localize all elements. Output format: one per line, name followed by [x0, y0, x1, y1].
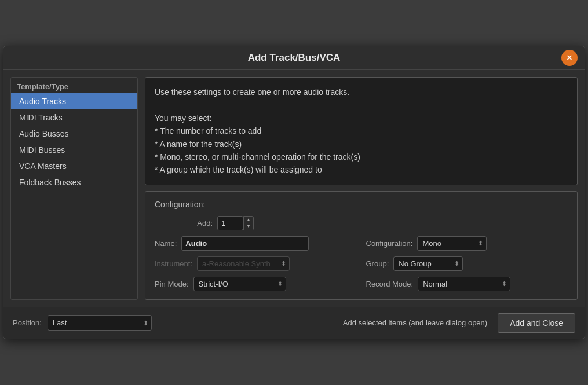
- add-input[interactable]: [217, 216, 243, 230]
- name-input[interactable]: [181, 236, 309, 251]
- group-select[interactable]: No Group: [393, 256, 463, 271]
- name-label: Name:: [155, 239, 177, 248]
- config-box: Configuration: Add: ▲ ▼ Name:: [145, 191, 578, 300]
- add-open-button[interactable]: Add selected items (and leave dialog ope…: [338, 316, 492, 329]
- sidebar-item-audio-busses[interactable]: Audio Busses: [11, 126, 137, 142]
- pin-record-row: Pin Mode: Strict-I/O Flexible-I/O Record…: [155, 277, 568, 291]
- pin-mode-label: Pin Mode:: [155, 280, 189, 288]
- sidebar: Template/Type Audio Tracks MIDI Tracks A…: [10, 77, 138, 300]
- add-track-dialog: Add Track/Bus/VCA × Template/Type Audio …: [3, 46, 585, 339]
- pin-mode-select[interactable]: Strict-I/O Flexible-I/O: [193, 277, 286, 291]
- info-line3: You may select:: [155, 112, 568, 124]
- footer-buttons: Add selected items (and leave dialog ope…: [338, 313, 575, 333]
- info-box: Use these settings to create one or more…: [145, 77, 578, 185]
- group-select-wrapper: No Group: [393, 256, 463, 271]
- info-line7: * A group which the track(s) will be ass…: [155, 163, 568, 176]
- position-select[interactable]: Last First Before Selection After Select…: [48, 315, 152, 331]
- info-line5: * A name for the track(s): [155, 138, 568, 151]
- instrument-field: Instrument: a-Reasonable Synth: [155, 256, 357, 271]
- add-label: Add:: [155, 219, 213, 228]
- info-line1: Use these settings to create one or more…: [155, 86, 568, 98]
- sidebar-item-audio-tracks[interactable]: Audio Tracks: [11, 93, 137, 109]
- sidebar-item-vca-masters[interactable]: VCA Masters: [11, 158, 137, 174]
- close-button[interactable]: ×: [561, 50, 578, 66]
- main-panel: Use these settings to create one or more…: [145, 77, 578, 300]
- sidebar-item-midi-tracks[interactable]: MIDI Tracks: [11, 109, 137, 126]
- name-field: Name:: [155, 236, 357, 251]
- name-config-row: Name: Configuration: Mono Stereo 3 Chann…: [155, 236, 568, 251]
- sidebar-section-label: Template/Type: [11, 78, 137, 93]
- record-mode-select-wrapper: Normal Layered Non-Layered: [418, 277, 510, 291]
- dialog-body: Template/Type Audio Tracks MIDI Tracks A…: [3, 70, 585, 307]
- record-mode-field: Record Mode: Normal Layered Non-Layered: [366, 277, 568, 291]
- instrument-select[interactable]: a-Reasonable Synth: [197, 256, 290, 271]
- instrument-group-row: Instrument: a-Reasonable Synth Group: No…: [155, 256, 568, 271]
- spin-buttons: ▲ ▼: [243, 216, 254, 230]
- info-line6: * Mono, stereo, or multi-channel operati…: [155, 151, 568, 163]
- dialog-footer: Position: Last First Before Selection Af…: [3, 307, 585, 339]
- sidebar-item-foldback-busses[interactable]: Foldback Busses: [11, 174, 137, 190]
- configuration-select[interactable]: Mono Stereo 3 Channel 4 Channel: [417, 236, 487, 251]
- record-mode-label: Record Mode:: [366, 280, 414, 288]
- pin-mode-field: Pin Mode: Strict-I/O Flexible-I/O: [155, 277, 357, 291]
- sidebar-item-midi-busses[interactable]: MIDI Busses: [11, 142, 137, 158]
- add-row: Add: ▲ ▼: [155, 216, 568, 230]
- position-select-wrapper: Last First Before Selection After Select…: [48, 315, 152, 331]
- position-label: Position:: [13, 318, 42, 327]
- record-mode-select[interactable]: Normal Layered Non-Layered: [418, 277, 510, 291]
- config-title: Configuration:: [155, 200, 568, 209]
- configuration-field: Configuration: Mono Stereo 3 Channel 4 C…: [366, 236, 568, 251]
- configuration-label: Configuration:: [366, 239, 413, 248]
- pin-mode-select-wrapper: Strict-I/O Flexible-I/O: [193, 277, 286, 291]
- group-field: Group: No Group: [366, 256, 568, 271]
- instrument-select-wrapper: a-Reasonable Synth: [197, 256, 290, 271]
- spin-up-button[interactable]: ▲: [244, 217, 253, 223]
- add-close-button[interactable]: Add and Close: [498, 313, 575, 333]
- add-spinner: ▲ ▼: [217, 216, 254, 230]
- position-row: Position: Last First Before Selection Af…: [13, 315, 152, 331]
- dialog-title: Add Track/Bus/VCA: [248, 52, 341, 64]
- group-label: Group:: [366, 259, 389, 268]
- spin-down-button[interactable]: ▼: [244, 223, 253, 230]
- instrument-label: Instrument:: [155, 259, 192, 268]
- configuration-select-wrapper: Mono Stereo 3 Channel 4 Channel: [417, 236, 487, 251]
- info-line4: * The number of tracks to add: [155, 124, 568, 137]
- dialog-header: Add Track/Bus/VCA ×: [3, 46, 585, 70]
